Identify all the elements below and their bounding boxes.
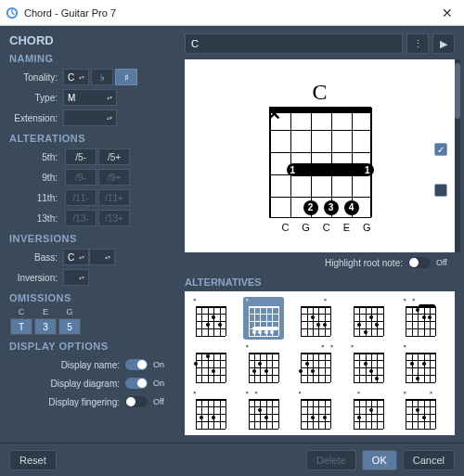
stepper-icon: ▴▾ [79, 254, 84, 260]
footer: Reset Delete OK Cancel [0, 443, 464, 476]
extension-label: Extension: [9, 113, 63, 123]
alternative-item[interactable]: × [190, 390, 231, 432]
close-icon[interactable]: ✕ [436, 6, 458, 20]
left-panel: CHORD NAMING Tonality: C▴▾ ♭ ♯ Type: M▴▾… [0, 26, 181, 443]
chord-diagram-area: ✓ C ✕ 1 1 2 3 4 CGCEG [185, 59, 455, 252]
reset-button[interactable]: Reset [9, 450, 57, 470]
alt-13th-label: 13th: [9, 213, 63, 224]
display-diagram-toggle[interactable] [125, 378, 148, 389]
cancel-button[interactable]: Cancel [403, 450, 455, 470]
alt-9th-label: 9th: [9, 173, 63, 183]
titlebar: Chord - Guitar Pro 7 ✕ [0, 0, 464, 26]
right-panel: ⋮ ▶ ✓ C ✕ 1 1 2 3 4 [181, 26, 464, 443]
chord-notes: CGCEG [269, 222, 371, 233]
stepper-icon: ▴▾ [107, 95, 112, 100]
omit-3-button[interactable]: 3 [34, 318, 57, 335]
diagram-check-2[interactable] [434, 184, 447, 197]
type-label: Type: [9, 93, 63, 103]
diagram-scrollbar[interactable] [455, 59, 460, 252]
chord-name-input[interactable] [185, 33, 403, 54]
omissions-row: CT E3 G5 [9, 307, 172, 335]
omit-head-e: E [43, 307, 48, 318]
alt-9minus-button[interactable]: /9- [65, 169, 97, 186]
chord-diagram-title: C [269, 80, 371, 105]
omit-t-button[interactable]: T [10, 318, 32, 335]
alternative-item[interactable] [348, 297, 389, 340]
highlight-toggle[interactable] [408, 257, 431, 268]
alternative-item[interactable] [190, 343, 231, 386]
alternative-item[interactable]: ×× [400, 297, 441, 340]
display-name-toggle[interactable] [125, 359, 148, 370]
alternative-item[interactable]: ×× [295, 343, 336, 386]
more-icon[interactable]: ⋮ [406, 33, 429, 54]
omit-5-button[interactable]: 5 [58, 318, 81, 335]
alternative-item[interactable]: × [243, 343, 284, 386]
alternative-item[interactable]: × [243, 297, 284, 340]
app-icon [6, 6, 19, 19]
stepper-icon: ▴▾ [107, 115, 112, 121]
alternative-item[interactable]: × [295, 390, 336, 432]
ok-button[interactable]: OK [362, 450, 397, 470]
bass-label: Bass: [9, 252, 63, 263]
alternative-item[interactable]: × [190, 297, 231, 340]
inversion-label: Inversion: [9, 273, 63, 283]
alternative-item[interactable]: × [400, 343, 441, 386]
display-name-label: Display name: [61, 360, 120, 370]
stepper-icon: ▴▾ [79, 74, 84, 80]
highlight-label: Highlight root note: [325, 258, 403, 268]
display-fingering-toggle[interactable] [125, 396, 148, 407]
alternative-item[interactable]: ×× [243, 390, 284, 432]
alt-9plus-button[interactable]: /9+ [98, 169, 130, 186]
alt-5minus-button[interactable]: /5- [65, 148, 97, 165]
alt-13plus-button[interactable]: /13+ [98, 210, 130, 226]
display-fingering-label: Display fingering: [48, 397, 120, 407]
alternative-item[interactable]: ×× [400, 390, 441, 432]
display-diagram-state: On [153, 379, 172, 388]
naming-header: NAMING [9, 53, 172, 64]
window-title: Chord - Guitar Pro 7 [24, 7, 436, 19]
omit-head-g: G [66, 307, 72, 318]
bass-alt-select[interactable]: ▴▾ [89, 249, 115, 265]
alternatives-grid[interactable]: ××××××××××××××××× [185, 291, 455, 435]
alt-5plus-button[interactable]: /5+ [98, 148, 130, 165]
bass-select[interactable]: C▴▾ [63, 249, 89, 265]
extension-select[interactable]: ▴▾ [63, 109, 117, 126]
flat-button[interactable]: ♭ [91, 69, 113, 85]
alt-11th-label: 11th: [9, 193, 63, 203]
alt-5th-label: 5th: [9, 152, 63, 162]
chord-header: CHORD [9, 33, 172, 47]
alt-11plus-button[interactable]: /11+ [98, 189, 130, 206]
display-fingering-state: Off [153, 397, 172, 406]
alternative-item[interactable]: × [348, 390, 389, 432]
alternative-item[interactable]: × [348, 343, 389, 386]
tonality-label: Tonality: [9, 72, 63, 83]
display-name-state: On [153, 360, 172, 369]
highlight-state: Off [436, 258, 455, 267]
diagram-check-1[interactable]: ✓ [434, 143, 447, 156]
stepper-icon: ▴▾ [79, 275, 84, 280]
delete-button[interactable]: Delete [306, 450, 356, 470]
inversion-select[interactable]: ▴▾ [63, 269, 89, 286]
alternatives-header: ALTERNATIVES [185, 277, 455, 288]
inversions-header: INVERSIONS [9, 233, 172, 244]
alterations-header: ALTERATIONS [9, 133, 172, 144]
stepper-icon: ▴▾ [105, 254, 110, 260]
sharp-button[interactable]: ♯ [115, 69, 137, 85]
play-icon[interactable]: ▶ [432, 33, 455, 54]
tonality-select[interactable]: C▴▾ [63, 69, 89, 85]
display-diagram-label: Display diagram: [51, 379, 120, 389]
display-header: DISPLAY OPTIONS [9, 341, 172, 352]
omissions-header: OMISSIONS [9, 292, 172, 303]
alt-11minus-button[interactable]: /11- [65, 189, 97, 206]
chord-diagram[interactable]: C ✕ 1 1 2 3 4 CGCEG [269, 80, 371, 233]
omit-head-c: C [19, 307, 25, 318]
alt-13minus-button[interactable]: /13- [65, 210, 97, 226]
type-select[interactable]: M▴▾ [63, 89, 117, 106]
alternative-item[interactable]: × [295, 297, 336, 340]
